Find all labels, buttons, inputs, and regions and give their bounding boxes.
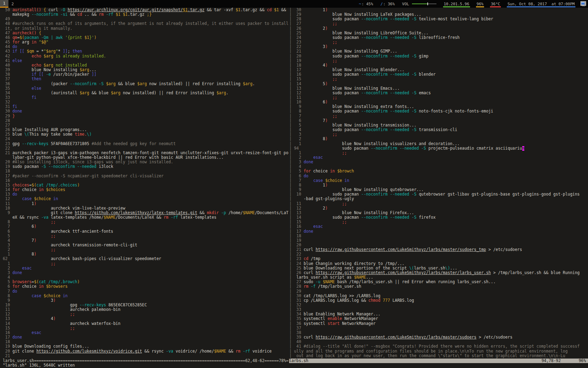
code-row[interactable]: 25 blue Now installing LibreOffice Suite… — [294, 31, 588, 35]
code-row[interactable]: 8 case $choice in — [3, 294, 289, 298]
code-row[interactable]: 17 done — [294, 229, 588, 234]
code-row[interactable]: 10 6) — [294, 100, 588, 104]
code-row[interactable]: 18 — [3, 169, 289, 173]
code-row[interactable]: 39 blue Now installing $arg... — [3, 68, 289, 72]
workspace-2[interactable]: 2 — [8, 0, 17, 8]
code-row[interactable]: 6 do — [294, 174, 588, 178]
code-row[interactable]: 20 #Also installing i3lock, since i3-gap… — [3, 160, 289, 164]
code-row[interactable]: 2 esac — [294, 155, 588, 160]
vim-left-pane-larbs-user-sh[interactable]: 50 aurinstall() { curl -O https://aur.ar… — [0, 8, 289, 359]
volume-slider-handle[interactable] — [427, 2, 428, 5]
code-row[interactable]: 12 sudo pacman --noconfirm --needed -S e… — [294, 91, 588, 95]
volume-slider[interactable] — [412, 2, 436, 5]
code-row[interactable]: 25 blue \(This may take some time.\) — [3, 132, 289, 137]
code-row[interactable]: 19 ;; — [294, 59, 588, 63]
code-row[interactable]: 39 curl https://raw.githubusercontent.co… — [294, 335, 588, 340]
code-row[interactable]: 21 aurcheck packer i3-gaps vim-pathogen … — [3, 151, 289, 155]
code-row[interactable]: 20 — [294, 243, 588, 247]
code-row[interactable]: 14 for choice in $choices — [3, 188, 289, 192]
code-row[interactable]: 40 — [294, 340, 588, 344]
code-row[interactable]: 29 } — [3, 114, 289, 118]
code-row[interactable]: 32 — [3, 100, 289, 104]
code-row[interactable]: 22 — [294, 252, 588, 257]
code-row[interactable]: 30 done — [3, 109, 289, 114]
code-row[interactable]: 9 3) — [3, 298, 289, 303]
code-row[interactable]: 15 ;; — [294, 77, 588, 81]
code-row[interactable]: 10 gpg --recv-keys 865E6C87C65285EC — [3, 303, 289, 307]
code-row[interactable]: 1 blue Now installing visualizers and de… — [294, 142, 588, 146]
code-row[interactable]: 27 ;; — [294, 21, 588, 26]
code-row[interactable]: 7 case $choice in — [294, 178, 588, 183]
code-row[interactable]: 11 ;; — [294, 95, 588, 100]
code-row[interactable]: 42 echo $arg is already installed. — [3, 54, 289, 59]
code-row[interactable]: 19 blue Downloading config files... — [3, 344, 289, 349]
code-row[interactable]: 3 done — [294, 160, 588, 164]
code-row[interactable]: 11 aurcheck palemoon-bin — [3, 307, 289, 312]
code-row[interactable]: 22 3) — [294, 45, 588, 49]
code-row[interactable]: 1 8) — [3, 252, 289, 257]
code-row[interactable]: 24 sudo pacman --noconfirm --needed -S l… — [294, 35, 588, 40]
code-row[interactable]: 18 — [294, 234, 588, 238]
code-row[interactable]: 6 for choice in $browsers — [3, 284, 289, 289]
code-row[interactable]: 17 blue Now installing Blender... — [294, 68, 588, 72]
code-row[interactable]: 17 #packer --noconfirm -S ncpamixer-git … — [3, 174, 289, 178]
code-row[interactable]: 3 aurcheck transmission-remote-cli-git — [3, 243, 289, 247]
code-row[interactable]: 16 esac — [3, 330, 289, 335]
code-row[interactable]: 50 aurinstall() { curl -O https://aur.ar… — [3, 8, 289, 12]
code-row[interactable]: 5 ;; — [3, 234, 289, 238]
code-row[interactable]: 12 case $choice in — [3, 197, 289, 201]
code-row[interactable]: 34 blue Enabling Network Manager... — [294, 312, 588, 316]
code-row[interactable]: 31 cp /LARBS.log LARBS.log && chmod 777 … — [294, 298, 588, 303]
code-row[interactable]: lybar-git python-pywal xfce-theme-blackb… — [3, 155, 289, 160]
code-row[interactable]: 36 (packer --noconfirm -S $arg && blue $… — [3, 82, 289, 86]
code-row[interactable]: 19 sudo pacman -S --noconfirm --needed i… — [3, 164, 289, 169]
code-row[interactable]: 41 #dialog --title "All done!" --msgbox … — [294, 344, 588, 349]
code-row[interactable]: 10 aurcheck vim-live-latex-preview — [3, 206, 289, 211]
code-row[interactable]: 2 esac — [3, 266, 289, 271]
code-row[interactable]: 18 — [3, 340, 289, 344]
code-row[interactable]: 9 blue Now installing qutebrowser... — [294, 188, 588, 192]
code-row[interactable]: 45 for arg in "$@" — [3, 40, 289, 45]
code-row[interactable]: larbs_user.sh script as $NAME... — [294, 275, 588, 280]
code-row[interactable]: 26 blue Installing AUR programs... — [3, 128, 289, 132]
code-row[interactable]: -bad gst-plugins-ugly — [294, 197, 588, 201]
code-row[interactable]: 32 — [294, 303, 588, 307]
code-row[interactable]: 23 cd /tmp — [294, 257, 588, 261]
code-row[interactable]: 26 curl https://raw.githubusercontent.co… — [294, 271, 588, 275]
code-row[interactable]: 2 8) — [294, 137, 588, 141]
code-row[interactable]: out and log back in as your new user, th… — [294, 354, 588, 358]
code-row[interactable]: 19 — [294, 238, 588, 243]
code-row[interactable]: 1 ;; — [294, 151, 588, 155]
code-row[interactable]: 3 ;; — [294, 132, 588, 137]
code-row[interactable]: 4 7) — [3, 238, 289, 243]
code-row[interactable]: 13 do — [3, 192, 289, 197]
code-row[interactable]: 36 systemctl start NetworkManager — [294, 321, 588, 326]
code-row[interactable]: makepkg --noconfirm -si && cd .. && rm -… — [3, 12, 289, 17]
code-row[interactable]: 6 aurcheck ttf-ancient-fonts — [3, 229, 289, 234]
code-row[interactable]: 29 — [294, 289, 588, 294]
pane-separator[interactable]: ||||||||||||||||||||||||||||||||||||||||… — [289, 8, 292, 359]
code-row[interactable]: 16 — [3, 178, 289, 183]
code-row[interactable]: 11 1) — [3, 202, 289, 206]
code-row[interactable]: it, or installs it manually. — [3, 26, 289, 31]
code-row[interactable]: 13 blue Now installing Firefox... — [294, 211, 588, 215]
code-row[interactable]: 21 blue Now installing GIMP... — [294, 49, 588, 54]
code-row[interactable]: 43 if [[ $qm = *"$arg"* ]]; then — [3, 49, 289, 54]
code-row[interactable]: 12 2) — [294, 206, 588, 211]
code-row[interactable]: 37 then — [3, 77, 289, 81]
code-row[interactable]: 37 — [294, 326, 588, 330]
code-row[interactable]: 5 blue Now installing transmission... — [294, 123, 588, 128]
code-row[interactable]: 5 browsers=$(cat /tmp/.browch) — [3, 280, 289, 284]
code-row[interactable]: 5 for choice in $browch — [294, 169, 588, 173]
code-row[interactable]: 94 sudo pacman --noconfirm --needed -S p… — [294, 146, 588, 151]
code-row[interactable]: 24 — [3, 137, 289, 141]
code-row[interactable]: 3 done — [3, 271, 289, 275]
code-row[interactable]: 15 ;; — [294, 220, 588, 224]
code-row[interactable]: 2 ;; — [3, 247, 289, 252]
workspace-1[interactable]: 1 — [0, 0, 8, 8]
code-row[interactable]: 28 rm -f /tmp/larbs_user.sh — [294, 284, 588, 289]
code-row[interactable]: 9 blue Now installing extra fonts... — [294, 104, 588, 109]
code-row[interactable]: 17 done — [3, 335, 289, 340]
code-row[interactable]: 18 4) — [294, 63, 588, 68]
code-row[interactable]: 38 if [[ -e /usr/bin/packer ]] — [3, 72, 289, 77]
